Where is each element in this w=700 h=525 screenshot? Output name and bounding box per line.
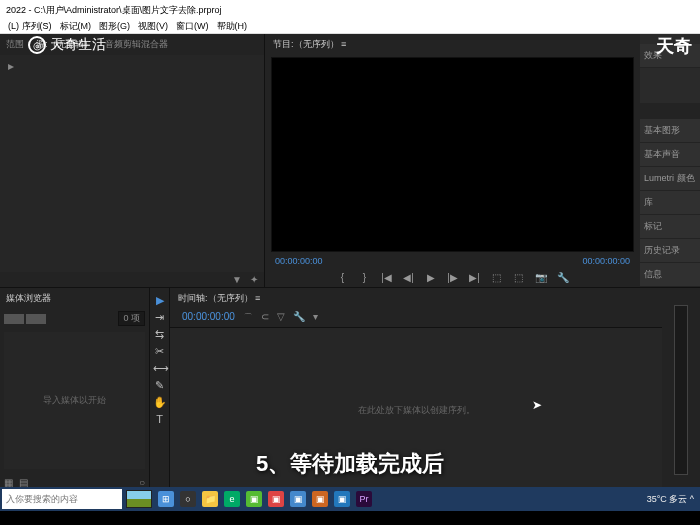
program-transport: { } |◀ ◀| ▶ |▶ ▶| ⬚ ⬚ 📷 🔧 (265, 268, 640, 287)
tab-media-browser[interactable]: 媒体浏览器 (6, 293, 51, 303)
type-tool-icon[interactable]: T (153, 413, 167, 427)
panel-essential-sound[interactable]: 基本声音 (640, 143, 700, 167)
panel-library[interactable]: 库 (640, 191, 700, 215)
panel-essential-graphics[interactable]: 基本图形 (640, 119, 700, 143)
app-icon-4[interactable]: ▣ (312, 491, 328, 507)
mark-in-icon[interactable]: { (336, 272, 350, 283)
panel-info[interactable]: 信息 (640, 263, 700, 287)
config-icon[interactable]: ✦ (250, 274, 258, 285)
mark-out-icon[interactable]: } (358, 272, 372, 283)
source-panel: 范围 源:（无剪辑） 音频剪辑混合器 ▸ ▼ ✦ (0, 34, 265, 287)
program-panel: 节目:（无序列） ≡ 00:00:00:00 00:00:00:00 { } |… (265, 34, 640, 287)
source-monitor: ▸ (0, 55, 264, 272)
export-frame-icon[interactable]: 📷 (534, 272, 548, 283)
timeline-tab[interactable]: 时间轴:（无序列） ≡ (170, 288, 662, 309)
upper-workspace: 范围 源:（无剪辑） 音频剪辑混合器 ▸ ▼ ✦ 节目:（无序列） ≡ 00:0… (0, 34, 700, 287)
frame-back-icon[interactable]: ◀| (402, 272, 416, 283)
edge-icon[interactable]: e (224, 491, 240, 507)
app-title: 2022 - C:\用户\Administrator\桌面\图片文字去除.prp… (6, 4, 222, 17)
letterbox (0, 511, 700, 525)
watermark-left: ◎ 天奇生活 (28, 36, 106, 54)
program-tc-left: 00:00:00:00 (275, 256, 323, 266)
watermark-logo-icon: ◎ (28, 36, 46, 54)
play-icon[interactable]: ▶ (424, 272, 438, 283)
step-fwd-icon[interactable]: ▶| (468, 272, 482, 283)
project-view-chip2[interactable] (26, 314, 46, 324)
snap-icon[interactable]: ⌒ (243, 311, 253, 325)
timeline-empty-msg: 在此处放下媒体以创建序列。 (358, 404, 475, 417)
windows-taskbar: 入你要搜索的内容 ⊞ ○ 📁 e ▣ ▣ ▣ ▣ ▣ Pr 35°C 多云 ^ (0, 487, 700, 511)
main-menu: (L) 序列(S) 标记(M) 图形(G) 视图(V) 窗口(W) 帮助(H) (0, 20, 700, 34)
pen-tool-icon[interactable]: ✎ (153, 379, 167, 393)
project-item-count: 0 项 (118, 311, 145, 326)
extract-icon[interactable]: ⬚ (512, 272, 526, 283)
marker-add-icon[interactable]: ▽ (277, 311, 285, 325)
step-back-icon[interactable]: |◀ (380, 272, 394, 283)
timeline-wrench-icon[interactable]: 🔧 (293, 311, 305, 325)
app-icon-3[interactable]: ▣ (290, 491, 306, 507)
task-view-icon[interactable]: ⊞ (158, 491, 174, 507)
tutorial-caption: 5、等待加载完成后 (0, 449, 700, 479)
panel-markers[interactable]: 标记 (640, 215, 700, 239)
explorer-icon[interactable]: 📁 (202, 491, 218, 507)
taskbar-weather[interactable]: 35°C 多云 ^ (647, 493, 700, 506)
timeline-tc: 00:00:00:00 (182, 311, 235, 325)
ripple-edit-tool-icon[interactable]: ⇆ (153, 328, 167, 342)
program-tc-right: 00:00:00:00 (582, 256, 630, 266)
menu-sequence[interactable]: (L) 序列(S) (8, 20, 52, 33)
hand-tool-icon[interactable]: ✋ (153, 396, 167, 410)
premiere-icon[interactable]: Pr (356, 491, 372, 507)
frame-fwd-icon[interactable]: |▶ (446, 272, 460, 283)
watermark-right: 天奇 (656, 34, 692, 58)
menu-markers[interactable]: 标记(M) (60, 20, 92, 33)
selection-tool-icon[interactable]: ▶ (153, 294, 167, 308)
mouse-cursor-icon: ➤ (532, 398, 542, 412)
panel-history[interactable]: 历史记录 (640, 239, 700, 263)
menu-window[interactable]: 窗口(W) (176, 20, 209, 33)
tab-range[interactable]: 范围 (6, 38, 24, 51)
linked-selection-icon[interactable]: ⊂ (261, 311, 269, 325)
source-nav-caret[interactable]: ▸ (0, 55, 264, 77)
track-select-tool-icon[interactable]: ⇥ (153, 311, 167, 325)
right-sidebar: 效果 基本图形 基本声音 Lumetri 颜色 库 标记 历史记录 信息 (640, 34, 700, 287)
menu-view[interactable]: 视图(V) (138, 20, 168, 33)
project-view-chip[interactable] (4, 314, 24, 324)
program-monitor (271, 57, 634, 252)
filter-icon[interactable]: ▼ (232, 274, 242, 285)
slip-tool-icon[interactable]: ⟷ (153, 362, 167, 376)
app-title-bar: 2022 - C:\用户\Administrator\桌面\图片文字去除.prp… (0, 0, 700, 20)
app-icon-2[interactable]: ▣ (268, 491, 284, 507)
razor-tool-icon[interactable]: ✂ (153, 345, 167, 359)
lift-icon[interactable]: ⬚ (490, 272, 504, 283)
menu-help[interactable]: 帮助(H) (217, 20, 248, 33)
app-icon-5[interactable]: ▣ (334, 491, 350, 507)
settings-wrench-icon[interactable]: 🔧 (556, 272, 570, 283)
taskbar-thumbnail[interactable] (126, 490, 152, 508)
timeline-settings-icon[interactable]: ▾ (313, 311, 318, 325)
menu-graphics[interactable]: 图形(G) (99, 20, 130, 33)
panel-lumetri-color[interactable]: Lumetri 颜色 (640, 167, 700, 191)
program-tab[interactable]: 节目:（无序列） ≡ (265, 34, 640, 55)
taskbar-search[interactable]: 入你要搜索的内容 (2, 489, 122, 509)
tab-audio-mixer[interactable]: 音频剪辑混合器 (105, 38, 168, 51)
program-monitor-blank (272, 58, 633, 251)
cortana-icon[interactable]: ○ (180, 491, 196, 507)
app-icon-1[interactable]: ▣ (246, 491, 262, 507)
